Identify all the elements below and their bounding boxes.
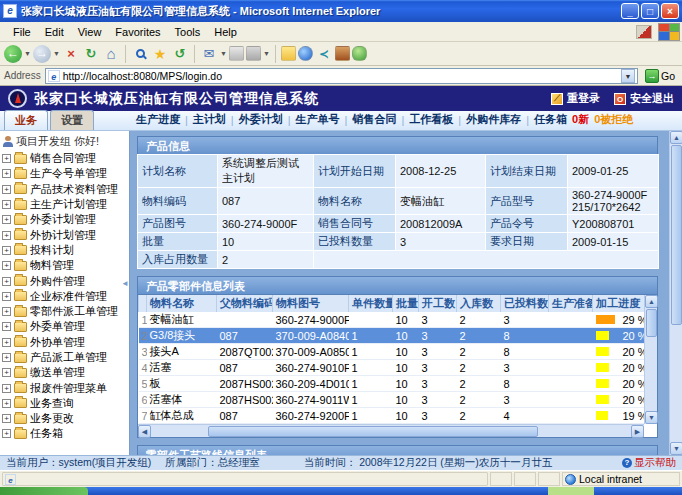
expand-icon[interactable]: + bbox=[2, 292, 11, 301]
parts-row-2[interactable]: 3接头A2087QT002370-009-A085011032820 % bbox=[139, 344, 645, 360]
go-button[interactable]: → Go bbox=[642, 67, 678, 84]
parts-row-1[interactable]: 2G3/8接头087370-009-A084011032820 % bbox=[139, 328, 645, 344]
col-header-6[interactable]: 入库数 bbox=[457, 295, 501, 312]
forward-dropdown-icon[interactable]: ▼ bbox=[53, 45, 60, 63]
back-icon[interactable]: ← bbox=[4, 45, 22, 63]
parts-row-0[interactable]: 1变幅油缸360-274-9000F1032329 % bbox=[139, 312, 645, 328]
tree-item-12[interactable]: +外协单管理 bbox=[2, 335, 129, 350]
col-header-3[interactable]: 单件数量 bbox=[349, 295, 393, 312]
expand-icon[interactable]: + bbox=[2, 384, 11, 393]
nav-link-4[interactable]: 销售合同 bbox=[352, 112, 396, 127]
relogin-button[interactable]: 重登录 bbox=[551, 91, 600, 106]
tree-item-0[interactable]: +销售合同管理 bbox=[2, 151, 129, 166]
search-icon[interactable] bbox=[131, 45, 149, 63]
parts-row-5[interactable]: 6活塞体2087HS002360-274-9011W11032320 % bbox=[139, 392, 645, 408]
print-icon[interactable] bbox=[229, 46, 244, 61]
tree-item-9[interactable]: +企业标准件管理 bbox=[2, 289, 129, 304]
expand-icon[interactable]: + bbox=[2, 261, 11, 270]
tree-item-14[interactable]: +缴送单管理 bbox=[2, 365, 129, 380]
nav-link-7[interactable]: 任务箱 bbox=[534, 112, 567, 127]
close-button[interactable]: × bbox=[661, 3, 679, 19]
expand-icon[interactable]: + bbox=[2, 307, 11, 316]
expand-icon[interactable]: + bbox=[2, 338, 11, 347]
mail-icon[interactable]: ✉ bbox=[200, 45, 218, 63]
menu-view[interactable]: View bbox=[71, 24, 109, 40]
expand-icon[interactable]: + bbox=[2, 169, 11, 178]
expand-icon[interactable]: + bbox=[2, 368, 11, 377]
tree-item-2[interactable]: +产品技术资料管理 bbox=[2, 182, 129, 197]
history-icon[interactable]: ↺ bbox=[171, 45, 189, 63]
frontpage-icon[interactable]: ≺ bbox=[315, 45, 333, 63]
scroll-up-icon[interactable]: ▲ bbox=[670, 131, 682, 144]
scrollbar-thumb[interactable] bbox=[208, 426, 538, 437]
start-button[interactable] bbox=[0, 487, 88, 495]
nav-link-3[interactable]: 生产单号 bbox=[296, 112, 340, 127]
menu-edit[interactable]: Edit bbox=[38, 24, 71, 40]
nav-link-6[interactable]: 外购件库存 bbox=[466, 112, 521, 127]
expand-icon[interactable]: + bbox=[2, 399, 11, 408]
col-header-9[interactable]: 加工进度 bbox=[593, 295, 645, 312]
col-header-8[interactable]: 生产准备 bbox=[549, 295, 593, 312]
col-header-4[interactable]: 批量 bbox=[393, 295, 419, 312]
tree-item-11[interactable]: +外委单管理 bbox=[2, 319, 129, 334]
research-icon[interactable] bbox=[335, 46, 350, 61]
forward-icon[interactable]: → bbox=[33, 45, 51, 63]
tree-item-18[interactable]: +任务箱 bbox=[2, 426, 129, 441]
nav-link-0[interactable]: 生产进度 bbox=[136, 112, 180, 127]
tab-业务[interactable]: 业务 bbox=[4, 110, 48, 130]
parts-horizontal-scrollbar[interactable]: ◀ ▶ bbox=[138, 424, 644, 437]
menu-file[interactable]: File bbox=[6, 24, 38, 40]
tree-item-10[interactable]: +零部件派工单管理 bbox=[2, 304, 129, 319]
col-header-5[interactable]: 开工数 bbox=[419, 295, 457, 312]
address-url[interactable]: http://localhost:8080/MPS/login.do bbox=[63, 70, 621, 82]
edit-dropdown-icon[interactable]: ▼ bbox=[263, 45, 270, 63]
parts-vertical-scrollbar[interactable]: ▲ ▼ bbox=[644, 295, 657, 424]
tree-item-16[interactable]: +业务查询 bbox=[2, 396, 129, 411]
tab-设置[interactable]: 设置 bbox=[50, 110, 94, 130]
refresh-icon[interactable]: ↻ bbox=[82, 45, 100, 63]
minimize-button[interactable]: _ bbox=[621, 3, 639, 19]
contacts-icon[interactable] bbox=[352, 46, 367, 61]
logout-button[interactable]: O 安全退出 bbox=[614, 91, 674, 106]
tree-item-17[interactable]: +业务更改 bbox=[2, 411, 129, 426]
tree-item-5[interactable]: +外协计划管理 bbox=[2, 227, 129, 242]
scroll-left-icon[interactable]: ◀ bbox=[138, 425, 151, 438]
scroll-up-icon[interactable]: ▲ bbox=[645, 295, 658, 308]
address-input[interactable]: e http://localhost:8080/MPS/login.do ▼ bbox=[45, 68, 638, 84]
sidebar-collapse-icon[interactable]: ◄ bbox=[121, 279, 129, 288]
tree-item-15[interactable]: +报废件管理菜单 bbox=[2, 380, 129, 395]
expand-icon[interactable]: + bbox=[2, 185, 11, 194]
tree-item-1[interactable]: +生产令号单管理 bbox=[2, 166, 129, 181]
parts-row-6[interactable]: 7缸体总成087360-274-9200F11032419 % bbox=[139, 408, 645, 424]
windows-taskbar[interactable] bbox=[0, 487, 682, 495]
col-header-0[interactable]: 物料名称 bbox=[147, 295, 217, 312]
maximize-button[interactable]: □ bbox=[641, 3, 659, 19]
edit-icon[interactable] bbox=[246, 46, 261, 61]
parts-row-4[interactable]: 5板2087HS002360-209-4D01011032820 % bbox=[139, 376, 645, 392]
expand-icon[interactable]: + bbox=[2, 277, 11, 286]
expand-icon[interactable]: + bbox=[2, 353, 11, 362]
expand-icon[interactable]: + bbox=[2, 215, 11, 224]
col-header-2[interactable]: 物料图号 bbox=[273, 295, 349, 312]
tree-item-7[interactable]: +物料管理 bbox=[2, 258, 129, 273]
tree-item-6[interactable]: +投料计划 bbox=[2, 243, 129, 258]
scrollbar-thumb[interactable] bbox=[646, 309, 657, 337]
addon-icon[interactable] bbox=[636, 25, 652, 39]
parts-row-3[interactable]: 4活塞087360-274-9010F11032320 % bbox=[139, 360, 645, 376]
nav-link-1[interactable]: 主计划 bbox=[193, 112, 226, 127]
tree-item-4[interactable]: +外委计划管理 bbox=[2, 212, 129, 227]
page-vertical-scrollbar[interactable]: ▲ ▼ bbox=[669, 131, 682, 455]
tree-item-13[interactable]: +产品派工单管理 bbox=[2, 350, 129, 365]
expand-icon[interactable]: + bbox=[2, 246, 11, 255]
scroll-down-icon[interactable]: ▼ bbox=[645, 411, 658, 424]
expand-icon[interactable]: + bbox=[2, 429, 11, 438]
nav-link-5[interactable]: 工作看板 bbox=[409, 112, 453, 127]
expand-icon[interactable]: + bbox=[2, 231, 11, 240]
home-icon[interactable]: ⌂ bbox=[102, 45, 120, 63]
favorites-icon[interactable]: ★ bbox=[151, 45, 169, 63]
back-dropdown-icon[interactable]: ▼ bbox=[24, 45, 31, 63]
messenger-icon[interactable] bbox=[298, 46, 313, 61]
stop-icon[interactable]: × bbox=[62, 45, 80, 63]
tree-item-3[interactable]: +主生产计划管理 bbox=[2, 197, 129, 212]
nav-link-2[interactable]: 外委计划 bbox=[239, 112, 283, 127]
